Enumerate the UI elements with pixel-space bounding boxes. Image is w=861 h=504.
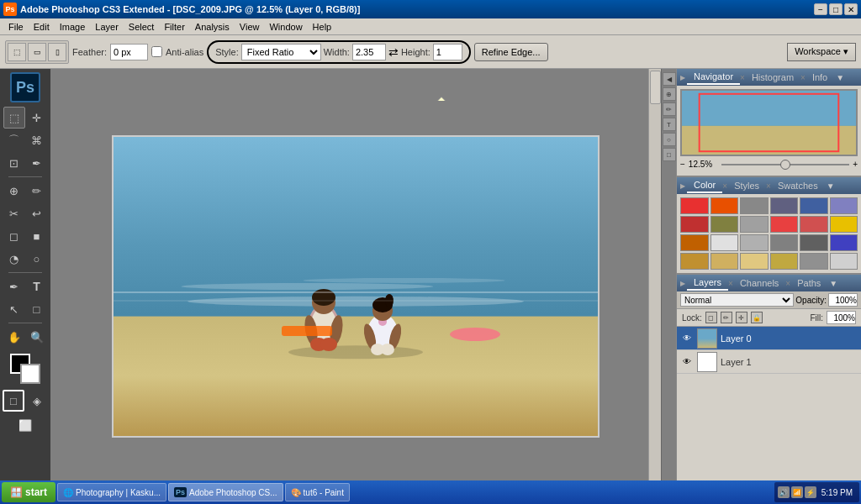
color-swatch-3[interactable] bbox=[770, 197, 799, 214]
layers-expand-icon[interactable]: ▼ bbox=[829, 279, 837, 288]
color-swatch-1[interactable] bbox=[710, 197, 739, 214]
magic-wand-btn[interactable]: ⌘ bbox=[26, 129, 48, 151]
tab-paths[interactable]: Paths bbox=[790, 276, 827, 290]
layers-collapse-icon[interactable]: ▶ bbox=[680, 280, 685, 287]
side-tool-2[interactable]: ✏ bbox=[663, 102, 676, 116]
lasso-tool-btn[interactable]: ⌒ bbox=[3, 129, 25, 151]
lock-position-btn[interactable]: ✛ bbox=[736, 312, 747, 323]
pen-tool-btn[interactable]: ✒ bbox=[3, 276, 25, 297]
feather-input[interactable] bbox=[110, 44, 148, 60]
screen-mode-btn[interactable]: ⬜ bbox=[10, 414, 40, 436]
refine-edge-button[interactable]: Refine Edge... bbox=[474, 43, 548, 61]
quick-mask-btn[interactable]: ◈ bbox=[26, 390, 48, 412]
background-color[interactable] bbox=[20, 364, 40, 384]
side-tool-5[interactable]: □ bbox=[663, 148, 676, 161]
layer-row-0[interactable]: 👁 Layer 0 bbox=[677, 327, 861, 350]
color-swatch-16[interactable] bbox=[800, 234, 828, 251]
crop-tool-btn[interactable]: ⊡ bbox=[3, 152, 25, 174]
color-swatch-19[interactable] bbox=[710, 253, 739, 270]
dodge-btn[interactable]: ○ bbox=[26, 248, 48, 270]
tab-layers[interactable]: Layers bbox=[687, 276, 728, 291]
workspace-button[interactable]: Workspace ▾ bbox=[787, 43, 856, 61]
color-swatch-10[interactable] bbox=[800, 216, 828, 233]
tab-channels[interactable]: Channels bbox=[733, 276, 785, 290]
menu-analysis[interactable]: Analysis bbox=[190, 20, 235, 34]
navigator-collapse-icon[interactable]: ▶ bbox=[680, 74, 685, 81]
color-swatch-17[interactable] bbox=[830, 234, 858, 251]
menu-edit[interactable]: Edit bbox=[29, 20, 55, 34]
taskbar-item-paint[interactable]: 🎨 tut6 - Paint bbox=[285, 483, 350, 501]
color-swatch-0[interactable] bbox=[680, 197, 709, 214]
menu-file[interactable]: File bbox=[3, 20, 29, 34]
standard-mode-btn[interactable]: □ bbox=[3, 390, 24, 412]
taskbar-item-browser[interactable]: 🌐 Photography | Kasku... bbox=[57, 483, 166, 501]
tab-histogram[interactable]: Histogram bbox=[745, 71, 800, 84]
path-selection-btn[interactable]: ↖ bbox=[3, 298, 25, 320]
tray-icon-3[interactable]: ⚡ bbox=[805, 486, 816, 498]
opacity-input[interactable] bbox=[828, 293, 858, 307]
lock-transparent-btn[interactable]: ◻ bbox=[705, 312, 717, 323]
rectangular-marquee-btn[interactable]: ⬚ bbox=[8, 43, 26, 61]
lock-all-btn[interactable]: 🔒 bbox=[751, 312, 763, 323]
layer-1-visibility[interactable]: 👁 bbox=[680, 355, 694, 369]
color-swatch-9[interactable] bbox=[770, 216, 799, 233]
hand-tool-btn[interactable]: ✋ bbox=[3, 326, 25, 348]
zoom-slider[interactable] bbox=[721, 164, 849, 165]
menu-filter[interactable]: Filter bbox=[159, 20, 189, 34]
style-select[interactable]: Fixed Ratio Normal Fixed Size bbox=[241, 44, 321, 60]
height-input[interactable] bbox=[433, 44, 462, 60]
color-swatch-7[interactable] bbox=[710, 216, 739, 233]
gradient-btn[interactable]: ■ bbox=[26, 225, 48, 247]
color-swatch-14[interactable] bbox=[740, 234, 769, 251]
zoom-in-icon[interactable]: + bbox=[853, 160, 858, 169]
color-collapse-icon[interactable]: ▶ bbox=[680, 182, 685, 190]
color-swatch-13[interactable] bbox=[710, 234, 739, 251]
close-button[interactable]: ✕ bbox=[844, 3, 858, 15]
side-tool-4[interactable]: ○ bbox=[663, 133, 676, 146]
vertical-scroll-thumb[interactable] bbox=[650, 71, 661, 104]
zoom-tool-btn[interactable]: 🔍 bbox=[26, 326, 48, 348]
color-swatch-23[interactable] bbox=[830, 253, 858, 270]
tray-icon-1[interactable]: 🔊 bbox=[778, 486, 790, 498]
toggle-panels-btn[interactable]: ◀ bbox=[663, 72, 676, 86]
color-swatch-20[interactable] bbox=[740, 253, 769, 270]
brush-tool-btn[interactable]: ✏ bbox=[26, 180, 48, 202]
blur-btn[interactable]: ◔ bbox=[3, 248, 25, 270]
color-swatch-18[interactable] bbox=[680, 253, 709, 270]
menu-layer[interactable]: Layer bbox=[90, 20, 124, 34]
width-input[interactable] bbox=[352, 44, 386, 60]
layer-0-visibility[interactable]: 👁 bbox=[680, 332, 694, 345]
blend-mode-select[interactable]: Normal Multiply Screen bbox=[680, 293, 794, 307]
selection-tool-btn[interactable]: ⬚ bbox=[3, 107, 25, 129]
swap-icon[interactable]: ⇄ bbox=[388, 45, 399, 59]
single-col-btn[interactable]: ▯ bbox=[48, 43, 66, 61]
menu-select[interactable]: Select bbox=[124, 20, 160, 34]
text-tool-btn[interactable]: T bbox=[26, 276, 48, 297]
color-swatch-15[interactable] bbox=[770, 234, 799, 251]
color-swatch-5[interactable] bbox=[830, 197, 858, 214]
panel-expand-icon[interactable]: ▼ bbox=[836, 73, 844, 82]
clone-stamp-btn[interactable]: ✂ bbox=[3, 202, 25, 224]
canvas-area[interactable]: 12.5% ▶ Doc: 34.2M/34.2M ◀ ▶ bbox=[50, 69, 661, 504]
antialias-checkbox[interactable] bbox=[151, 46, 162, 57]
tab-info[interactable]: Info bbox=[806, 71, 834, 84]
taskbar-item-photoshop[interactable]: Ps Adobe Photoshop CS... bbox=[168, 483, 283, 501]
restore-button[interactable]: □ bbox=[829, 3, 843, 15]
shape-tool-btn[interactable]: □ bbox=[26, 298, 48, 320]
fill-input[interactable] bbox=[827, 311, 856, 324]
color-swatch-6[interactable] bbox=[680, 216, 709, 233]
color-swatch-11[interactable] bbox=[830, 216, 858, 233]
color-swatch-2[interactable] bbox=[740, 197, 769, 214]
minimize-button[interactable]: − bbox=[814, 3, 827, 15]
lock-image-btn[interactable]: ✏ bbox=[721, 312, 732, 323]
vertical-scrollbar[interactable] bbox=[648, 69, 661, 491]
history-brush-btn[interactable]: ↩ bbox=[26, 202, 48, 224]
menu-image[interactable]: Image bbox=[55, 20, 91, 34]
side-tool-1[interactable]: ⊕ bbox=[663, 87, 676, 101]
tab-styles[interactable]: Styles bbox=[727, 179, 766, 192]
side-tool-3[interactable]: T bbox=[663, 118, 676, 131]
single-row-btn[interactable]: ▭ bbox=[28, 43, 46, 61]
color-expand-icon[interactable]: ▼ bbox=[827, 181, 835, 191]
start-button[interactable]: 🪟 start bbox=[2, 482, 55, 502]
tray-icon-2[interactable]: 📶 bbox=[791, 486, 803, 498]
